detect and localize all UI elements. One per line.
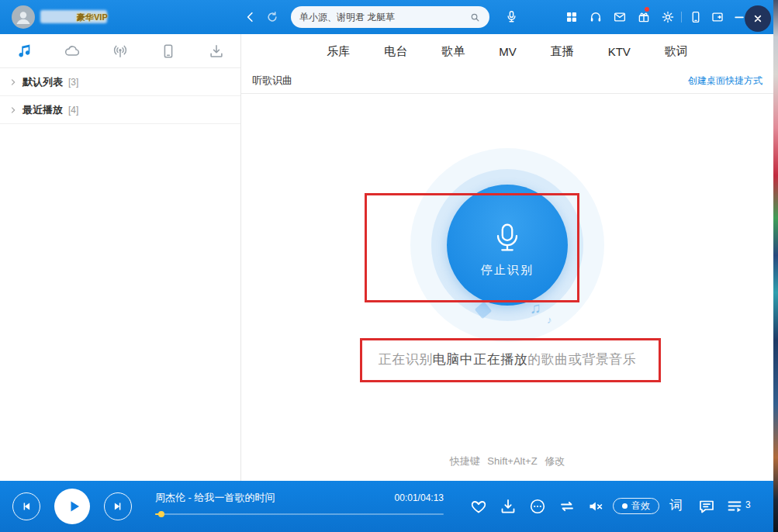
playlist-count: [4] — [68, 105, 78, 116]
playlist-recent[interactable]: 最近播放 [4] — [0, 96, 240, 124]
sound-effect-label: 音效 — [631, 499, 650, 513]
sidebar: 默认列表 [3] 最近播放 [4] — [0, 34, 241, 481]
vip-badge[interactable]: 豪华VIP — [77, 12, 108, 23]
stop-recognition-label: 停止识别 — [481, 263, 534, 278]
gift-icon[interactable] — [637, 10, 651, 24]
listen-recognize-icon[interactable] — [504, 9, 519, 24]
track-title: 周杰伦 - 给我一首歌的时间 — [155, 491, 275, 505]
back-icon[interactable] — [244, 10, 258, 24]
play-button[interactable] — [54, 489, 90, 524]
close-button[interactable] — [745, 5, 771, 32]
avatar[interactable] — [12, 5, 35, 29]
search-icon[interactable] — [469, 12, 481, 23]
page-title: 听歌识曲 — [252, 74, 292, 88]
search-input[interactable] — [299, 12, 463, 22]
close-icon — [750, 11, 766, 26]
nav-tabs: 乐库 电台 歌单 MV 直播 KTV 歌词 — [241, 34, 773, 68]
lyrics-toggle[interactable]: 词 — [669, 496, 683, 514]
tab-live[interactable]: 直播 — [551, 44, 574, 59]
playlist-count: [3] — [68, 77, 78, 88]
play-queue-icon[interactable] — [725, 497, 744, 516]
play-queue-count: 3 — [745, 499, 751, 510]
app-window: 豪华VIP 默认列表 — [0, 0, 778, 532]
microphone-icon — [489, 220, 525, 256]
play-mode-loop-icon[interactable] — [558, 497, 576, 516]
tab-radio[interactable]: 电台 — [384, 44, 407, 59]
tab-playlists[interactable]: 歌单 — [441, 44, 465, 59]
download-track-icon[interactable] — [499, 497, 517, 516]
stop-recognition-button[interactable]: 停止识别 — [447, 185, 568, 306]
titlebar: 豪华VIP — [0, 0, 773, 34]
previous-button[interactable] — [12, 492, 40, 520]
skip-previous-icon — [19, 499, 33, 513]
desktop-wallpaper-strip — [773, 0, 778, 532]
hotkey-line: 快捷键 Shift+Alt+Z 修改 — [241, 454, 773, 468]
hotkey-value: Shift+Alt+Z — [487, 455, 537, 467]
settings-gear-icon[interactable] — [661, 10, 675, 24]
skip-next-icon — [111, 499, 125, 513]
tab-mv[interactable]: MV — [499, 45, 517, 58]
tab-lyrics[interactable]: 歌词 — [665, 44, 688, 59]
hotkey-label: 快捷键 — [450, 455, 480, 467]
refresh-icon[interactable] — [265, 10, 279, 24]
more-options-icon[interactable] — [528, 497, 547, 516]
mail-icon[interactable] — [613, 10, 627, 24]
mini-mode-icon[interactable] — [711, 10, 724, 24]
play-icon — [64, 497, 83, 516]
radio-broadcast-icon[interactable] — [112, 43, 129, 60]
player-bar: 周杰伦 - 给我一首歌的时间 00:01/04:13 音效 词 3 — [0, 481, 773, 532]
download-icon[interactable] — [208, 43, 225, 60]
cloud-icon[interactable] — [64, 43, 81, 60]
tab-ktv[interactable]: KTV — [608, 45, 631, 58]
user-icon — [14, 8, 33, 26]
sidebar-tabs — [0, 34, 240, 68]
notification-dot — [645, 7, 649, 12]
music-note-decoration-small: ♪ — [547, 314, 552, 326]
headset-icon[interactable] — [589, 10, 603, 24]
device-phone-icon[interactable] — [160, 43, 177, 60]
music-note-decoration: ♫ — [530, 299, 541, 317]
main-panel: 乐库 电台 歌单 MV 直播 KTV 歌词 听歌识曲 创建桌面快捷方式 停止识别… — [241, 34, 773, 481]
volume-mute-icon[interactable] — [586, 497, 605, 516]
track-time: 00:01/04:13 — [395, 492, 444, 503]
status-prefix: 正在识别 — [379, 352, 433, 367]
tab-music-library[interactable]: 乐库 — [327, 44, 350, 59]
apps-grid-icon[interactable] — [565, 10, 579, 24]
page-header: 听歌识曲 创建桌面快捷方式 — [241, 68, 773, 94]
progress-bar[interactable] — [155, 513, 444, 515]
chevron-right-icon — [9, 78, 17, 86]
next-button[interactable] — [104, 492, 132, 520]
create-desktop-shortcut-link[interactable]: 创建桌面快捷方式 — [688, 74, 762, 88]
recognition-status-text: 正在识别电脑中正在播放的歌曲或背景音乐 — [241, 351, 773, 368]
search-box[interactable] — [291, 6, 489, 28]
favorite-heart-icon[interactable] — [469, 497, 488, 516]
titlebar-divider — [681, 12, 682, 22]
music-note-icon[interactable] — [16, 43, 33, 60]
sound-effect-toggle[interactable]: 音效 — [613, 498, 659, 514]
sound-effect-dot-icon — [622, 503, 628, 509]
phone-link-icon[interactable] — [689, 10, 703, 24]
progress-handle[interactable] — [158, 511, 164, 517]
playlist-label: 默认列表 — [22, 75, 63, 89]
hotkey-modify-link[interactable]: 修改 — [545, 455, 565, 467]
comment-icon[interactable] — [697, 497, 716, 516]
playlist-default[interactable]: 默认列表 [3] — [0, 68, 240, 96]
status-suffix: 的歌曲或背景音乐 — [527, 352, 636, 367]
status-emphasis: 电脑中正在播放 — [433, 352, 528, 367]
playlist-label: 最近播放 — [22, 103, 63, 117]
track-info: 周杰伦 - 给我一首歌的时间 00:01/04:13 — [155, 491, 444, 505]
chevron-right-icon — [9, 106, 17, 114]
